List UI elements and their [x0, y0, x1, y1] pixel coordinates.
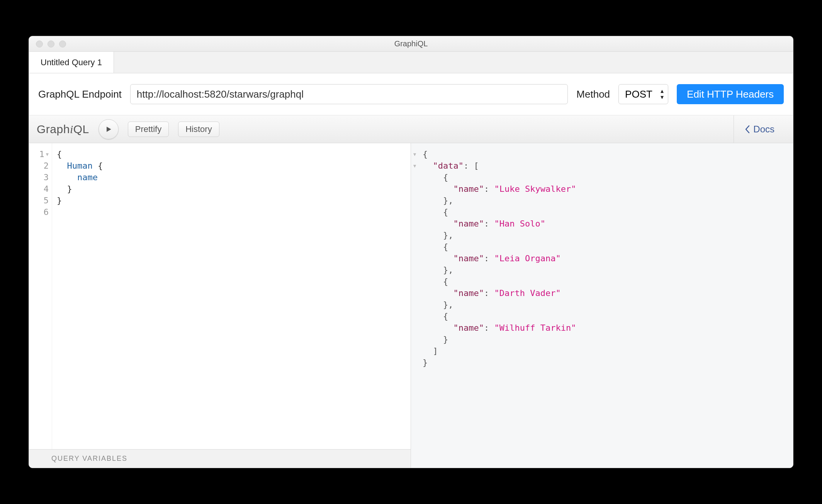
- titlebar: GraphiQL: [29, 36, 793, 52]
- tab-label: Untitled Query 1: [41, 58, 102, 68]
- prettify-button[interactable]: Prettify: [128, 122, 169, 137]
- app-window: GraphiQL Untitled Query 1 GraphQL Endpoi…: [29, 36, 793, 468]
- fold-icon[interactable]: ▼: [46, 149, 49, 160]
- result-fold-icons: ▼▼: [413, 149, 416, 172]
- history-button[interactable]: History: [178, 122, 219, 137]
- main-area: 1▼ 2 3 4 5 6 { Human { name } } Query Va…: [29, 143, 793, 468]
- docs-button[interactable]: Docs: [734, 115, 785, 143]
- line-gutter: 1▼ 2 3 4 5 6: [29, 143, 52, 449]
- window-title: GraphiQL: [29, 39, 793, 48]
- graphiql-logo: GraphiQL: [37, 123, 89, 136]
- config-row: GraphQL Endpoint Method POST ▴▾ Edit HTT…: [29, 73, 793, 115]
- tab-query[interactable]: Untitled Query 1: [29, 52, 114, 73]
- query-editor[interactable]: 1▼ 2 3 4 5 6 { Human { name } }: [29, 143, 411, 449]
- chevron-left-icon: [745, 125, 750, 134]
- method-select[interactable]: POST: [618, 84, 668, 104]
- query-variables-toggle[interactable]: Query Variables: [29, 449, 411, 468]
- execute-button[interactable]: [99, 119, 119, 139]
- result-pane: ▼▼ { "data": [ { "name": "Luke Skywalker…: [411, 143, 793, 468]
- endpoint-input[interactable]: [130, 84, 568, 104]
- endpoint-label: GraphQL Endpoint: [38, 88, 122, 100]
- query-code[interactable]: { Human { name } }: [52, 143, 107, 449]
- tab-bar: Untitled Query 1: [29, 52, 793, 73]
- method-label: Method: [576, 88, 610, 100]
- toolbar: GraphiQL Prettify History Docs: [29, 115, 793, 143]
- edit-headers-button[interactable]: Edit HTTP Headers: [677, 84, 784, 104]
- result-json[interactable]: { "data": [ { "name": "Luke Skywalker" }…: [411, 143, 793, 369]
- editor-pane: 1▼ 2 3 4 5 6 { Human { name } } Query Va…: [29, 143, 411, 468]
- play-icon: [105, 125, 112, 133]
